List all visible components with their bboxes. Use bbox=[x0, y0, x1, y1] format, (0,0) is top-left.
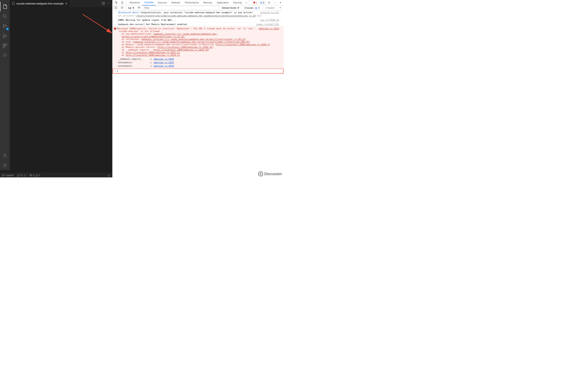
search-icon[interactable] bbox=[0, 11, 10, 21]
call-link[interactable]: webview.js:2931 bbox=[154, 61, 174, 64]
error-head1: Uncaught DOMException: Failed to constru… bbox=[118, 27, 256, 30]
settings-icon[interactable] bbox=[0, 160, 10, 170]
error-head2: 'vscode-webview' is not allowed. bbox=[118, 30, 161, 33]
filter-input[interactable] bbox=[143, 6, 219, 10]
discussion-label: Discussion bbox=[264, 172, 282, 176]
devtools-settings-icon[interactable] bbox=[266, 0, 272, 5]
error-icon: ✕ bbox=[114, 27, 116, 30]
svg-point-14 bbox=[2, 174, 3, 175]
info-pill[interactable]: ▤3 bbox=[259, 1, 265, 4]
explorer-icon[interactable] bbox=[0, 2, 10, 11]
error-row: ✕ ▼ webview.js:1816 Uncaught DOMExceptio… bbox=[113, 27, 284, 69]
activity-bar: 5 bbox=[0, 0, 10, 170]
console-settings-icon[interactable] bbox=[278, 6, 283, 10]
tab-performance[interactable]: Performance bbox=[183, 0, 201, 5]
devtools-panel: Elements Console Sources Network Perform… bbox=[112, 0, 284, 177]
custom-icon[interactable] bbox=[0, 50, 10, 60]
svg-point-6 bbox=[3, 37, 4, 38]
svg-rect-8 bbox=[5, 44, 7, 45]
error-pill[interactable]: 1 bbox=[252, 1, 258, 4]
error-source-link[interactable]: webview.js:1816 bbox=[259, 27, 279, 30]
call-link[interactable]: webview.js:2934 bbox=[154, 65, 174, 67]
devtools-close-icon[interactable]: ✕ bbox=[278, 0, 283, 5]
log-msg: Congratulations, your extension "vscode-… bbox=[141, 11, 253, 14]
svg-rect-9 bbox=[3, 46, 5, 48]
editor-tab-bar: vscode-webview-webpack-hmr-example ✕ ⋯ bbox=[10, 0, 112, 7]
branch-name: master* bbox=[6, 174, 14, 177]
tab-actions: ⋯ bbox=[102, 2, 112, 6]
svg-point-11 bbox=[4, 165, 6, 166]
stack-link[interactable]: http://localhost:3000/webview.js:2931:11 bbox=[126, 51, 180, 54]
sync-status[interactable]: 0↓ 1↑ bbox=[17, 174, 26, 177]
warnings-count: 0 bbox=[39, 174, 40, 177]
editor-tab[interactable]: vscode-webview-webpack-hmr-example ✕ bbox=[10, 0, 70, 7]
editor-body bbox=[10, 7, 112, 170]
expand-caret[interactable]: ▼ bbox=[117, 27, 118, 29]
log-source-link[interactable]: console.ts:137 bbox=[260, 11, 279, 14]
split-editor-icon[interactable] bbox=[102, 2, 105, 6]
log-sub-suffix: :13)) bbox=[256, 15, 262, 17]
errors-count: 0 bbox=[33, 174, 34, 177]
stack-link[interactable]: webpack-internal:///./node_modules/webpa… bbox=[142, 38, 245, 41]
tab-elements[interactable]: Elements bbox=[128, 0, 142, 5]
call-link[interactable]: webview.js:1816 bbox=[154, 58, 174, 60]
svg-line-29 bbox=[121, 7, 123, 8]
svg-marker-5 bbox=[4, 34, 7, 38]
status-bar: master* 0↓ 1↑ 0 0 bbox=[0, 173, 112, 177]
close-icon[interactable]: ✕ bbox=[65, 2, 68, 6]
svg-point-31 bbox=[280, 7, 281, 8]
discussion-badge[interactable]: C Discussion bbox=[259, 172, 282, 176]
log-row: [Extension Host] Congratulations, your e… bbox=[113, 11, 284, 18]
stack-link[interactable]: webpack-internal:///./node_modules/webpa… bbox=[134, 41, 249, 43]
svg-point-30 bbox=[139, 7, 139, 8]
log-prefix: [Extension Host] bbox=[118, 11, 139, 14]
vscode-window: 5 vscode-webview-webpack-hmr-example ✕ bbox=[0, 0, 112, 177]
account-icon[interactable] bbox=[0, 151, 10, 160]
notification-icon[interactable] bbox=[107, 174, 110, 177]
log-sub-prefix: (at activate ( bbox=[118, 15, 137, 17]
extensions-icon[interactable] bbox=[0, 41, 10, 50]
stack-link[interactable]: http://localhost:3000/webview.js:2356:31 bbox=[158, 46, 212, 49]
inspect-icon[interactable] bbox=[113, 0, 119, 5]
svg-line-1 bbox=[6, 17, 7, 18]
console-prompt[interactable]: › bbox=[113, 69, 284, 74]
levels-selector[interactable]: Default levels ▼ bbox=[221, 6, 241, 10]
svg-point-25 bbox=[269, 2, 269, 3]
tab-console[interactable]: Console bbox=[142, 0, 155, 6]
scm-icon[interactable]: 5 bbox=[0, 21, 10, 31]
tab-memory[interactable]: Memory bbox=[201, 0, 214, 5]
sidebar-toggle-icon[interactable] bbox=[113, 6, 118, 10]
log-source-link[interactable]: index.js?e2a7:551 bbox=[256, 23, 279, 26]
run-icon[interactable] bbox=[0, 31, 10, 41]
stack-link[interactable]: http://localhost:3000/webview.js:1405:1 bbox=[216, 43, 269, 46]
svg-point-15 bbox=[2, 176, 3, 176]
sync-text: 0↓ 1↑ bbox=[21, 174, 26, 177]
branch-status[interactable]: master* bbox=[2, 174, 14, 177]
problems-status[interactable]: 0 0 bbox=[29, 174, 40, 177]
console-body: [Extension Host] Congratulations, your e… bbox=[113, 11, 284, 177]
tab-network[interactable]: Network bbox=[169, 0, 182, 5]
device-icon[interactable] bbox=[120, 0, 125, 5]
context-selector[interactable]: top ▼ bbox=[127, 6, 135, 10]
discussion-icon: C bbox=[259, 172, 263, 176]
tab-security[interactable]: Security bbox=[231, 0, 244, 5]
tab-sources[interactable]: Sources bbox=[156, 0, 169, 5]
tab-application[interactable]: Application bbox=[215, 0, 231, 5]
live-expr-icon[interactable] bbox=[137, 6, 141, 10]
svg-point-4 bbox=[6, 26, 7, 27]
prompt-cursor bbox=[117, 70, 118, 72]
more-tabs-icon[interactable]: » bbox=[244, 0, 248, 5]
svg-point-16 bbox=[4, 175, 4, 175]
tab-title: vscode-webview-webpack-hmr-example bbox=[16, 2, 63, 5]
log-msg: [webpack-dev-server] Hot Module Replacem… bbox=[118, 23, 188, 26]
log-sub-link[interactable]: /Users/yutengjing/code/vscode-webview-we… bbox=[137, 15, 256, 17]
hidden-count[interactable]: 2 hidden bbox=[263, 6, 277, 10]
stack-link[interactable]: http://localhost:3000/webview.js:1813:33 bbox=[154, 49, 208, 51]
svg-point-2 bbox=[3, 25, 4, 25]
devtools-menu-icon[interactable]: ⋮ bbox=[273, 0, 277, 5]
more-icon[interactable]: ⋯ bbox=[108, 2, 110, 6]
issues-indicator[interactable]: 3 Issues: ▤ 3 bbox=[242, 6, 262, 10]
log-source-link[interactable]: log.js?7596:24 bbox=[260, 18, 279, 22]
clear-console-icon[interactable] bbox=[120, 6, 125, 10]
stack-link[interactable]: http://localhost:3000/webview.js:2934:12 bbox=[126, 54, 180, 57]
